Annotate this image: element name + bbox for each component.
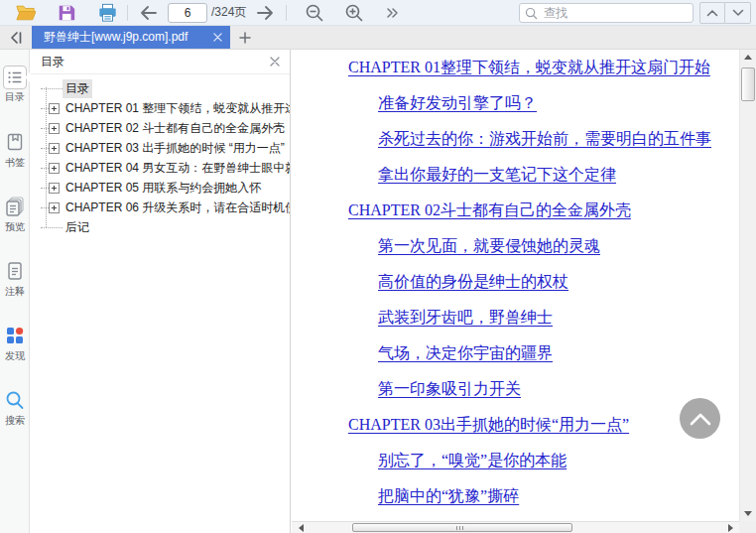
toc-tree-item[interactable]: CHAPTER 02 斗士都有自己的全金属外壳 xyxy=(31,118,290,138)
save-icon xyxy=(57,3,76,23)
scroll-right-arrow[interactable] xyxy=(723,522,737,533)
toc-item-label: CHAPTER 04 男女互动：在野兽绅士眼中就是 xyxy=(63,159,290,178)
scroll-down-arrow[interactable] xyxy=(740,506,756,521)
tab-close-icon[interactable] xyxy=(213,33,222,42)
toc-tree-item[interactable]: 后记 xyxy=(31,217,290,237)
horizontal-scrollbar-thumb[interactable] xyxy=(352,523,572,532)
toc-tree-item[interactable]: 目录 xyxy=(31,78,290,98)
sidebar-item-thumbnails[interactable]: 预览 xyxy=(0,195,30,234)
expand-plus-icon[interactable] xyxy=(49,202,60,213)
toc-panel-close-icon[interactable] xyxy=(270,57,280,67)
section-link[interactable]: 武装到牙齿吧，野兽绅士 xyxy=(378,309,739,344)
chevron-down-icon xyxy=(732,9,744,17)
bookmark-icon xyxy=(3,130,27,154)
scroll-left-arrow[interactable] xyxy=(294,522,308,533)
back-to-top-button[interactable] xyxy=(680,398,720,439)
sidebar-item-label: 注释 xyxy=(1,286,29,298)
save-button[interactable] xyxy=(55,1,78,25)
document-tab[interactable]: 野兽绅士[www.j9p.com].pdf xyxy=(32,26,230,49)
discover-icon xyxy=(3,324,27,347)
sidebar-item-bookmark[interactable]: 书签 xyxy=(0,130,30,170)
section-link[interactable]: 把脑中的“犹豫”撕碎 xyxy=(378,487,739,521)
chevron-left-bar-icon xyxy=(8,30,24,46)
toc-panel: 目录 目录CHAPTER 01 整理下领结，蜕变就从推开这扇门开始CHAPTER… xyxy=(31,50,291,533)
tree-connector xyxy=(41,148,49,149)
expand-plus-icon[interactable] xyxy=(49,123,60,134)
section-link[interactable]: 别忘了，“嗅觉”是你的本能 xyxy=(378,452,739,487)
tab-title: 野兽绅士[www.j9p.com].pdf xyxy=(44,29,207,46)
plus-icon xyxy=(239,32,251,44)
sidebar-item-label: 预览 xyxy=(1,221,29,233)
find-input[interactable] xyxy=(519,3,693,23)
tree-connector xyxy=(41,88,63,89)
toc-item-label: CHAPTER 06 升级关系时，请在合适时机使用 xyxy=(63,199,290,217)
tab-bar: 野兽绅士[www.j9p.com].pdf xyxy=(0,26,756,50)
find-magnifier-icon xyxy=(525,7,538,20)
scroll-up-arrow[interactable] xyxy=(740,50,756,65)
section-link[interactable]: 第一次见面，就要侵蚀她的灵魂 xyxy=(378,237,739,273)
zoom-in-icon xyxy=(344,3,364,23)
sidebar-item-search[interactable]: 搜索 xyxy=(0,388,30,428)
scrollbar-corner xyxy=(739,521,756,533)
zoom-out-button[interactable] xyxy=(303,1,326,25)
chapter-link[interactable]: CHAPTER 02斗士都有自己的全金属外壳 xyxy=(348,201,739,237)
toc-icon xyxy=(3,66,27,89)
section-link[interactable]: 高价值的身份是绅士的权杖 xyxy=(378,273,739,309)
toc-item-label: CHAPTER 02 斗士都有自己的全金属外壳 xyxy=(63,119,288,138)
toc-item-label: CHAPTER 01 整理下领结，蜕变就从推开这扇门开始 xyxy=(63,99,290,118)
toc-tree-item[interactable]: CHAPTER 04 男女互动：在野兽绅士眼中就是 xyxy=(31,158,290,178)
expand-plus-icon[interactable] xyxy=(49,143,60,154)
expand-plus-icon[interactable] xyxy=(49,103,60,114)
sidebar-item-toc[interactable]: 目录 xyxy=(0,66,30,105)
arrow-right-icon xyxy=(255,4,277,22)
next-page-button[interactable] xyxy=(254,1,278,25)
expand-plus-icon[interactable] xyxy=(49,163,60,174)
print-icon xyxy=(97,3,118,23)
tree-connector xyxy=(41,108,49,109)
open-file-button[interactable] xyxy=(14,1,38,25)
sidebar-item-label: 书签 xyxy=(1,157,29,169)
section-link[interactable]: 气场，决定你宇宙的疆界 xyxy=(378,344,739,380)
section-link[interactable]: 杀死过去的你：游戏开始前，需要明白的五件事 xyxy=(378,130,739,166)
toc-tree-item[interactable]: CHAPTER 03 出手抓她的时候 “用力一点” xyxy=(31,138,290,158)
navigation-sidebar: 目录书签预览注释发现搜索 xyxy=(0,50,30,533)
find-box xyxy=(519,3,693,23)
more-tools-button[interactable] xyxy=(380,1,404,25)
toc-tree-item[interactable]: CHAPTER 01 整理下领结，蜕变就从推开这扇门开始 xyxy=(31,98,290,118)
toc-panel-title: 目录 xyxy=(41,54,270,70)
chevron-up-icon xyxy=(690,412,711,426)
zoom-in-button[interactable] xyxy=(342,1,366,25)
search-icon xyxy=(3,388,27,412)
vertical-scrollbar[interactable] xyxy=(739,50,756,521)
toolbar-separator xyxy=(286,5,287,21)
page-total-label: /324页 xyxy=(211,4,246,21)
find-previous-button[interactable] xyxy=(699,2,725,24)
toc-panel-header: 目录 xyxy=(31,50,290,74)
print-button[interactable] xyxy=(95,1,119,25)
sidebar-item-discover[interactable]: 发现 xyxy=(0,324,30,363)
zoom-out-icon xyxy=(305,3,324,23)
expand-plus-icon[interactable] xyxy=(49,183,60,194)
toc-tree-item[interactable]: CHAPTER 05 用联系与约会拥她入怀 xyxy=(31,178,290,198)
page-number-input[interactable] xyxy=(168,3,207,23)
double-chevron-right-icon xyxy=(385,7,399,19)
toc-item-label: CHAPTER 03 出手抓她的时候 “用力一点” xyxy=(63,139,288,158)
section-link[interactable]: 准备好发动引擎了吗？ xyxy=(378,94,739,130)
vertical-scrollbar-thumb[interactable] xyxy=(741,67,755,101)
toc-tree-item[interactable]: CHAPTER 06 升级关系时，请在合适时机使用 xyxy=(31,198,290,217)
chapter-link[interactable]: CHAPTER 01整理下领结，蜕变就从推开这扇门开始 xyxy=(348,59,739,94)
collapse-tab-list-button[interactable] xyxy=(0,26,32,49)
pdf-reader-window: /324页 xyxy=(0,0,756,533)
section-link[interactable]: 拿出你最好的一支笔记下这个定律 xyxy=(378,166,739,201)
sidebar-item-annotation[interactable]: 注释 xyxy=(0,259,30,299)
sidebar-item-label: 搜索 xyxy=(1,415,29,427)
tree-connector xyxy=(41,168,49,169)
horizontal-scrollbar[interactable] xyxy=(292,521,739,533)
previous-page-button[interactable] xyxy=(136,1,160,25)
thumbnails-icon xyxy=(3,195,27,218)
new-tab-button[interactable] xyxy=(230,26,260,49)
sidebar-item-label: 发现 xyxy=(1,350,29,362)
find-next-button[interactable] xyxy=(725,2,751,24)
toc-tree: 目录CHAPTER 01 整理下领结，蜕变就从推开这扇门开始CHAPTER 02… xyxy=(31,74,290,237)
tree-connector xyxy=(41,227,63,228)
